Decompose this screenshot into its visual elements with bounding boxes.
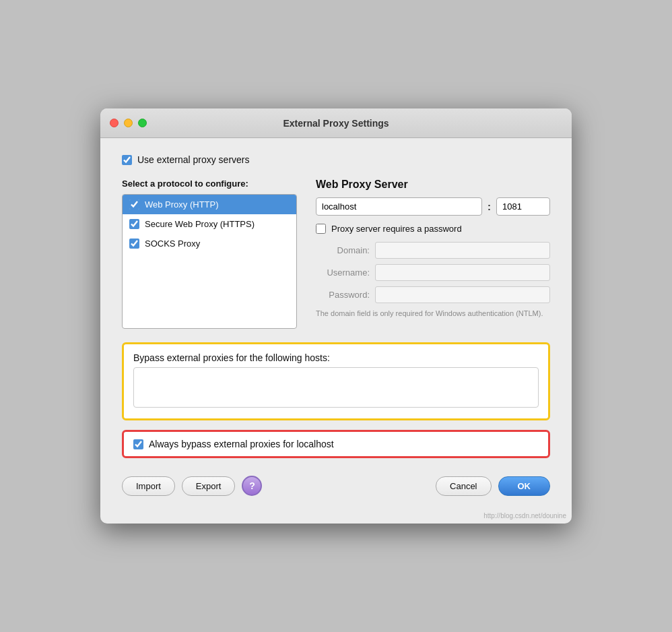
localhost-bypass-row: Always bypass external proxies for local… bbox=[122, 430, 550, 458]
use-external-proxy-label: Use external proxy servers bbox=[137, 154, 250, 165]
export-button[interactable]: Export bbox=[182, 476, 236, 496]
username-row: Username: bbox=[316, 264, 550, 281]
import-button[interactable]: Import bbox=[122, 476, 175, 496]
protocol-item-socks[interactable]: SOCKS Proxy bbox=[123, 234, 296, 253]
watermark: http://blog.csdn.net/dounine bbox=[100, 509, 572, 524]
password-row: Password: bbox=[316, 286, 550, 303]
traffic-lights bbox=[110, 119, 147, 127]
maximize-button[interactable] bbox=[138, 119, 147, 127]
protocol-item-http[interactable]: Web Proxy (HTTP) bbox=[123, 195, 296, 214]
ok-button[interactable]: OK bbox=[498, 476, 551, 496]
protocol-item-https[interactable]: Secure Web Proxy (HTTPS) bbox=[123, 214, 296, 234]
use-external-proxy-checkbox[interactable] bbox=[122, 155, 132, 165]
colon-separator: : bbox=[488, 201, 491, 212]
password-required-label: Proxy server requires a password bbox=[331, 224, 462, 234]
host-port-row: : bbox=[316, 197, 550, 216]
cancel-button[interactable]: Cancel bbox=[436, 476, 491, 496]
protocol-socks-label: SOCKS Proxy bbox=[145, 239, 200, 249]
right-column: Web Proxy Server : Proxy server requires… bbox=[316, 179, 550, 329]
dialog-window: External Proxy Settings Use external pro… bbox=[100, 108, 572, 524]
password-required-checkbox[interactable] bbox=[316, 224, 326, 234]
password-label: Password: bbox=[316, 290, 370, 300]
protocol-http-checkbox[interactable] bbox=[129, 199, 139, 210]
two-col-layout: Select a protocol to configure: Web Prox… bbox=[122, 179, 550, 329]
hint-text: The domain field is only required for Wi… bbox=[316, 309, 550, 319]
close-button[interactable] bbox=[110, 119, 119, 127]
localhost-bypass-label: Always bypass external proxies for local… bbox=[149, 439, 334, 449]
username-input[interactable] bbox=[375, 264, 550, 281]
bypass-textarea[interactable] bbox=[133, 367, 539, 408]
bypass-section: Bypass external proxies for the followin… bbox=[122, 342, 550, 420]
title-bar: External Proxy Settings bbox=[100, 108, 572, 138]
minimize-button[interactable] bbox=[124, 119, 133, 127]
domain-input[interactable] bbox=[375, 242, 550, 259]
localhost-bypass-checkbox[interactable] bbox=[133, 439, 143, 449]
window-title: External Proxy Settings bbox=[283, 118, 389, 129]
domain-label: Domain: bbox=[316, 245, 370, 255]
domain-row: Domain: bbox=[316, 242, 550, 259]
left-column: Select a protocol to configure: Web Prox… bbox=[122, 179, 297, 329]
password-required-row: Proxy server requires a password bbox=[316, 224, 550, 234]
proxy-server-title: Web Proxy Server bbox=[316, 179, 550, 191]
bypass-label: Bypass external proxies for the followin… bbox=[133, 352, 539, 363]
protocol-section-label: Select a protocol to configure: bbox=[122, 179, 297, 189]
dialog-content: Use external proxy servers Select a prot… bbox=[100, 138, 572, 509]
use-external-proxy-row: Use external proxy servers bbox=[122, 154, 550, 165]
protocol-list[interactable]: Web Proxy (HTTP) Secure Web Proxy (HTTPS… bbox=[122, 194, 297, 329]
protocol-https-label: Secure Web Proxy (HTTPS) bbox=[145, 219, 255, 229]
username-label: Username: bbox=[316, 267, 370, 278]
protocol-socks-checkbox[interactable] bbox=[129, 239, 139, 249]
password-input[interactable] bbox=[375, 286, 550, 303]
help-button[interactable]: ? bbox=[242, 476, 262, 496]
protocol-http-label: Web Proxy (HTTP) bbox=[145, 199, 219, 210]
protocol-https-checkbox[interactable] bbox=[129, 219, 139, 229]
proxy-port-input[interactable] bbox=[496, 197, 550, 216]
bottom-buttons: Import Export ? Cancel OK bbox=[122, 472, 550, 496]
proxy-host-input[interactable] bbox=[316, 197, 482, 216]
